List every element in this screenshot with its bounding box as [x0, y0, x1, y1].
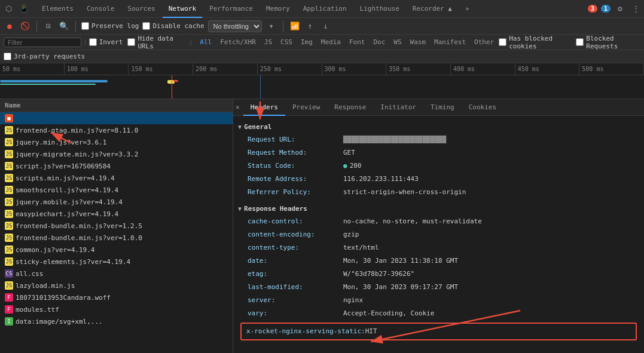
file-item-14[interactable]: JS lazyload.min.js	[0, 280, 233, 291]
tab-console[interactable]: Console	[81, 0, 120, 18]
file-list: Name ■ JS frontend-gtag.min.js?ver=8.11.…	[0, 99, 233, 353]
file-item-11[interactable]: JS common.js?ver=4.19.4	[0, 244, 233, 256]
filter-font[interactable]: Font	[346, 37, 369, 47]
tab-recorder[interactable]: Recorder ▲	[407, 0, 458, 18]
content-encoding-key: content-encoding:	[248, 229, 343, 240]
file-item-17[interactable]: I data:image/svg+xml,...	[0, 315, 233, 327]
tab-lighthouse[interactable]: Lighthouse	[354, 0, 405, 18]
filter-input[interactable]	[4, 38, 81, 47]
settings-icon[interactable]: ⚙	[614, 3, 626, 15]
file-item-6[interactable]: JS smoothscroll.js?ver=4.19.4	[0, 184, 233, 196]
x-rocket-val: HIT	[365, 326, 377, 337]
file-item-10[interactable]: JS frontend-bundle.min.js?ver=1.0.0	[0, 232, 233, 244]
filter-css[interactable]: CSS	[277, 37, 296, 47]
disable-cache-label[interactable]: Disable cache	[142, 22, 204, 30]
hide-data-urls-label[interactable]: Hide data URLs	[127, 35, 185, 50]
filter-all[interactable]: All	[196, 37, 215, 47]
file-item-0[interactable]: ■	[0, 112, 233, 124]
sub-tab-preview[interactable]: Preview	[285, 99, 327, 116]
file-item-3[interactable]: JS jquery-migrate.min.js?ver=3.3.2	[0, 148, 233, 160]
clear-icon[interactable]: 🚫	[19, 20, 31, 32]
mark-100: 100 ms	[65, 63, 129, 75]
cache-control-key: cache-control:	[248, 216, 343, 227]
inspect-icon[interactable]: ⬡	[2, 3, 14, 15]
blocked-cookies-label[interactable]: Has blocked cookies	[499, 35, 573, 50]
mark-200: 200 ms	[193, 63, 258, 75]
sub-tab-response[interactable]: Response	[327, 99, 373, 116]
tab-sources[interactable]: Sources	[121, 0, 161, 18]
search-icon[interactable]: 🔍	[58, 20, 70, 32]
etag-key: etag:	[248, 269, 343, 280]
filter-icon[interactable]: ⊡	[42, 20, 54, 32]
filter-wasm[interactable]: Wasm	[407, 37, 430, 47]
more-options-icon[interactable]: ⋮	[630, 3, 642, 15]
file-item-7[interactable]: JS jquery.mobile.js?ver=4.19.4	[0, 196, 233, 208]
sub-tab-cookies[interactable]: Cookies	[462, 99, 503, 116]
preserve-log-label[interactable]: Preserve log	[81, 22, 139, 30]
wifi-icon[interactable]: 📶	[289, 20, 301, 32]
filter-manifest[interactable]: Manifest	[431, 37, 469, 47]
file-item-2[interactable]: JS jquery.min.js?ver=3.6.1	[0, 136, 233, 148]
file-name-5: scripts.min.js?ver=4.19.4	[16, 174, 115, 182]
file-item-8[interactable]: JS easypiechart.js?ver=4.19.4	[0, 208, 233, 220]
tab-memory[interactable]: Memory	[260, 0, 296, 18]
filter-fetch-xhr[interactable]: Fetch/XHR	[216, 37, 260, 47]
highlight-box: x-rocket-nginx-serving-static: HIT	[240, 323, 637, 340]
throttle-dropdown-icon[interactable]: ▾	[265, 20, 277, 32]
filter-doc[interactable]: Doc	[370, 37, 389, 47]
mark-50: 50 ms	[0, 63, 65, 75]
network-toolbar: ● 🚫 ⊡ 🔍 Preserve log Disable cache No th…	[0, 18, 644, 35]
filter-js[interactable]: JS	[261, 37, 276, 47]
blocked-requests-checkbox[interactable]	[576, 38, 584, 46]
timeline-cursor	[172, 75, 172, 99]
tab-application[interactable]: Application	[297, 0, 353, 18]
cache-control-row: cache-control: no-cache, no-store, must-…	[233, 215, 644, 228]
export-icon[interactable]: ↓	[320, 20, 332, 32]
main-content: Name ■ JS frontend-gtag.min.js?ver=8.11.…	[0, 99, 644, 353]
sub-tab-initiator[interactable]: Initiator	[373, 99, 423, 116]
file-item-5[interactable]: JS scripts.min.js?ver=4.19.4	[0, 172, 233, 184]
file-item-4[interactable]: JS script.js?ver=1675069584	[0, 160, 233, 172]
response-headers-section-header[interactable]: ▼ Response Headers	[233, 202, 644, 215]
sub-tab-close[interactable]: ✕	[236, 103, 240, 111]
blocked-requests-label[interactable]: Blocked Requests	[576, 35, 640, 50]
referrer-policy-val: strict-origin-when-cross-origin	[343, 187, 466, 198]
tab-elements[interactable]: Elements	[36, 0, 80, 18]
throttle-select[interactable]: No throttling	[208, 20, 262, 32]
file-item-12[interactable]: JS sticky-elements.js?ver=4.19.4	[0, 256, 233, 268]
device-icon[interactable]: 📱	[18, 3, 30, 15]
content-encoding-row: content-encoding: gzip	[233, 228, 644, 241]
file-item-1[interactable]: JS frontend-gtag.min.js?ver=8.11.0	[0, 124, 233, 136]
request-url-val: ██████████████████████████	[343, 134, 446, 145]
file-item-15[interactable]: F 180731013953Candara.woff	[0, 291, 233, 303]
timeline[interactable]: 50 ms 100 ms 150 ms 200 ms 250 ms 300 ms…	[0, 63, 644, 99]
tab-more[interactable]: »	[459, 0, 475, 18]
tl-bar-4	[173, 80, 178, 82]
invert-label[interactable]: Invert	[89, 38, 123, 46]
record-icon[interactable]: ●	[4, 20, 16, 32]
preserve-log-checkbox[interactable]	[81, 22, 89, 30]
import-icon[interactable]: ↑	[304, 20, 316, 32]
general-section-header[interactable]: ▼ General	[233, 121, 644, 133]
blocked-cookies-checkbox[interactable]	[499, 38, 506, 46]
hide-data-urls-checkbox[interactable]	[127, 38, 135, 46]
file-list-header: Name	[0, 99, 233, 112]
filter-other[interactable]: Other	[471, 37, 498, 47]
third-party-checkbox[interactable]	[4, 53, 11, 60]
filter-img[interactable]: Img	[297, 37, 316, 47]
content-type-val: text/html	[343, 243, 379, 253]
disable-cache-checkbox[interactable]	[142, 22, 150, 30]
date-row: date: Mon, 30 Jan 2023 11:38:18 GMT	[233, 254, 644, 268]
file-item-9[interactable]: JS frontend-bundle.min.js?ver=1.2.5	[0, 220, 233, 232]
tab-performance[interactable]: Performance	[203, 0, 259, 18]
filter-media[interactable]: Media	[318, 37, 344, 47]
invert-checkbox[interactable]	[89, 38, 97, 46]
third-party-label[interactable]: 3rd-party requests	[4, 53, 85, 60]
file-item-16[interactable]: F modules.ttf	[0, 303, 233, 315]
sub-tab-timing[interactable]: Timing	[423, 99, 462, 116]
tab-network[interactable]: Network	[163, 0, 202, 18]
headers-content: ▼ General Request URL: █████████████████…	[233, 116, 644, 348]
filter-ws[interactable]: WS	[390, 37, 405, 47]
file-item-13[interactable]: CS all.css	[0, 268, 233, 280]
sub-tab-headers[interactable]: Headers	[243, 99, 285, 116]
